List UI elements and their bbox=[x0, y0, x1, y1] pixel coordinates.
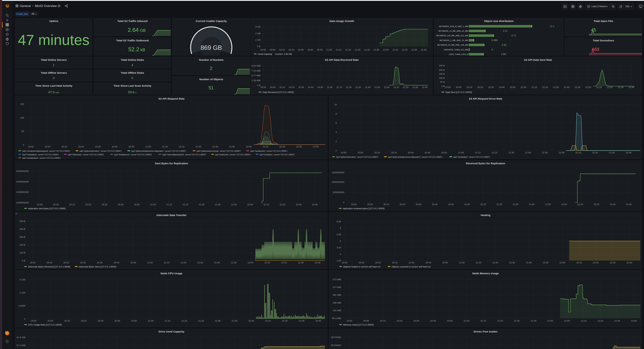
svg-text:LESS_THAN_1024_B: LESS_THAN_1024_B bbox=[449, 53, 468, 55]
svg-text:20:00: 20:00 bbox=[367, 203, 373, 206]
svg-text:22:10: 22:10 bbox=[394, 86, 399, 88]
svg-text:replication received bytes [12: replication received bytes [127.0.0.1:90… bbox=[343, 207, 384, 210]
svg-text:{api="listobjectsv2", server=": {api="listobjectsv2", server="127.0.0.1:… bbox=[114, 154, 152, 156]
svg-text:20:20: 20:20 bbox=[81, 320, 87, 322]
svg-text:22:00: 22:00 bbox=[560, 261, 565, 264]
svg-text:Objects scanned in current sel: Objects scanned in current self heal run bbox=[392, 265, 431, 268]
svg-text:21:30: 21:30 bbox=[199, 203, 204, 206]
svg-text:37.3 GiB: 37.3 GiB bbox=[16, 344, 26, 347]
svg-text:20:50: 20:50 bbox=[317, 86, 323, 88]
svg-text:5: 5 bbox=[340, 240, 341, 242]
svg-text:22:10: 22:10 bbox=[578, 203, 583, 206]
svg-text:20:00: 20:00 bbox=[46, 261, 52, 264]
svg-text:400 B: 400 B bbox=[20, 228, 26, 230]
svg-text:22:10: 22:10 bbox=[596, 86, 602, 88]
svg-text:21:50: 21:50 bbox=[229, 145, 235, 148]
svg-text:20:20: 20:20 bbox=[396, 320, 402, 322]
svg-text:4.77 MiB: 4.77 MiB bbox=[252, 74, 260, 77]
svg-text:21:20: 21:20 bbox=[179, 145, 184, 148]
svg-text:22:30: 22:30 bbox=[296, 203, 302, 206]
svg-text:{api="getbucketobjectlockconfi: {api="getbucketobjectlockconfiguration",… bbox=[131, 150, 186, 152]
svg-text:22:30: 22:30 bbox=[609, 151, 615, 154]
svg-text:22:30: 22:30 bbox=[299, 320, 304, 322]
svg-text:21:30: 21:30 bbox=[513, 203, 518, 206]
svg-text:20:10: 20:10 bbox=[64, 261, 69, 264]
svg-text:2000000000: 2000000000 bbox=[16, 180, 29, 183]
svg-text:{api="completemultipartupload": {api="completemultipartupload", server="… bbox=[22, 150, 70, 152]
svg-text:21:50: 21:50 bbox=[543, 261, 548, 264]
svg-text:21:00: 21:00 bbox=[327, 86, 332, 88]
svg-text:20:30: 20:30 bbox=[97, 261, 102, 264]
svg-text:20:30: 20:30 bbox=[409, 261, 414, 264]
svg-text:20:20: 20:20 bbox=[78, 145, 84, 148]
svg-text:21:00: 21:00 bbox=[464, 320, 469, 322]
svg-text:20:20: 20:20 bbox=[391, 151, 397, 154]
svg-text:22:40: 22:40 bbox=[626, 151, 632, 154]
svg-text:22:30: 22:30 bbox=[618, 86, 624, 88]
svg-text:1000000000: 1000000000 bbox=[332, 181, 344, 183]
svg-text:0: 0 bbox=[492, 48, 493, 51]
svg-text:21:20: 21:20 bbox=[492, 261, 498, 264]
svg-text:21:50: 21:50 bbox=[231, 203, 237, 206]
svg-text:3.11: 3.11 bbox=[503, 29, 508, 32]
svg-text:{api="putobject", server="127.: {api="putobject", server="127.0.0.1:9000… bbox=[260, 154, 295, 156]
svg-text:22:20: 22:20 bbox=[403, 86, 409, 88]
svg-text:19:50: 19:50 bbox=[31, 320, 36, 322]
svg-text:21:00: 21:00 bbox=[458, 151, 464, 154]
svg-text:20:30: 20:30 bbox=[298, 86, 304, 88]
svg-text:20:20: 20:20 bbox=[289, 86, 294, 88]
svg-text:20:50: 20:50 bbox=[130, 261, 136, 264]
svg-text:21:00: 21:00 bbox=[145, 145, 151, 148]
svg-text:2 GB: 2 GB bbox=[255, 32, 260, 35]
svg-text:12.1: 12.1 bbox=[550, 25, 554, 27]
svg-text:21:00: 21:00 bbox=[464, 203, 470, 206]
svg-text:191 MiB: 191 MiB bbox=[332, 309, 341, 312]
svg-text:21:50: 21:50 bbox=[374, 48, 379, 51]
svg-text:20:00: 20:00 bbox=[358, 151, 363, 154]
svg-text:21:30: 21:30 bbox=[198, 320, 204, 322]
svg-text:100: 100 bbox=[20, 116, 24, 119]
svg-text:20:50: 20:50 bbox=[447, 320, 453, 322]
svg-text:20:50: 20:50 bbox=[441, 151, 447, 154]
svg-text:2: 2 bbox=[336, 140, 337, 143]
svg-text:20:10: 20:10 bbox=[374, 151, 380, 154]
svg-text:{api="headobject", server="127: {api="headobject", server="127.0.0.1:900… bbox=[22, 154, 59, 156]
svg-text:21:10: 21:10 bbox=[166, 203, 172, 206]
svg-text:21:30: 21:30 bbox=[508, 151, 514, 154]
svg-text:22:40: 22:40 bbox=[312, 203, 318, 206]
svg-text:381 MiB: 381 MiB bbox=[332, 294, 341, 296]
svg-text:20:50: 20:50 bbox=[448, 203, 454, 206]
svg-text:21:40: 21:40 bbox=[365, 86, 370, 88]
svg-text:Data Sent [127.0.0.1:9000]: Data Sent [127.0.0.1:9000] bbox=[445, 91, 472, 93]
svg-text:{api="getbucketlocation", serv: {api="getbucketlocation", server="127.0.… bbox=[336, 156, 378, 158]
svg-text:replication sent bytes [127.0.: replication sent bytes [127.0.0.1:9000] bbox=[28, 207, 66, 210]
svg-text:6.50: 6.50 bbox=[337, 220, 341, 223]
svg-text:21:00: 21:00 bbox=[326, 48, 332, 51]
svg-text:20:20: 20:20 bbox=[80, 261, 86, 264]
svg-text:20:50: 20:50 bbox=[317, 48, 323, 51]
svg-text:22:10: 22:10 bbox=[392, 48, 398, 51]
svg-text:200 B: 200 B bbox=[439, 69, 445, 71]
svg-text:CPU Usage Rate [127.0.0.1:9000: CPU Usage Rate [127.0.0.1:9000] bbox=[28, 324, 62, 326]
svg-text:22:20: 22:20 bbox=[598, 320, 603, 322]
svg-text:20:30: 20:30 bbox=[298, 48, 304, 51]
svg-text:21:40: 21:40 bbox=[529, 203, 534, 206]
svg-text:0.960: 0.960 bbox=[492, 39, 498, 41]
svg-text:21:50: 21:50 bbox=[548, 320, 553, 322]
svg-text:95.4 MiB: 95.4 MiB bbox=[332, 317, 341, 320]
svg-text:19:50: 19:50 bbox=[445, 86, 451, 88]
svg-text:22:00: 22:00 bbox=[384, 86, 390, 88]
svg-text:21:10: 21:10 bbox=[164, 261, 170, 264]
svg-text:150 B: 150 B bbox=[439, 73, 445, 75]
svg-text:30710000: 30710000 bbox=[331, 336, 341, 339]
svg-text:21:40: 21:40 bbox=[564, 86, 570, 88]
svg-text:20:00: 20:00 bbox=[45, 145, 50, 148]
svg-text:20:10: 20:10 bbox=[466, 86, 472, 88]
svg-text:20:10: 20:10 bbox=[380, 320, 386, 322]
svg-text:21:20: 21:20 bbox=[496, 203, 502, 206]
svg-text:50 B: 50 B bbox=[440, 81, 445, 83]
svg-text:0 B: 0 B bbox=[442, 85, 445, 87]
svg-text:22:40: 22:40 bbox=[631, 320, 637, 322]
svg-text:0: 0 bbox=[336, 149, 337, 152]
svg-text:21:10: 21:10 bbox=[475, 151, 480, 154]
